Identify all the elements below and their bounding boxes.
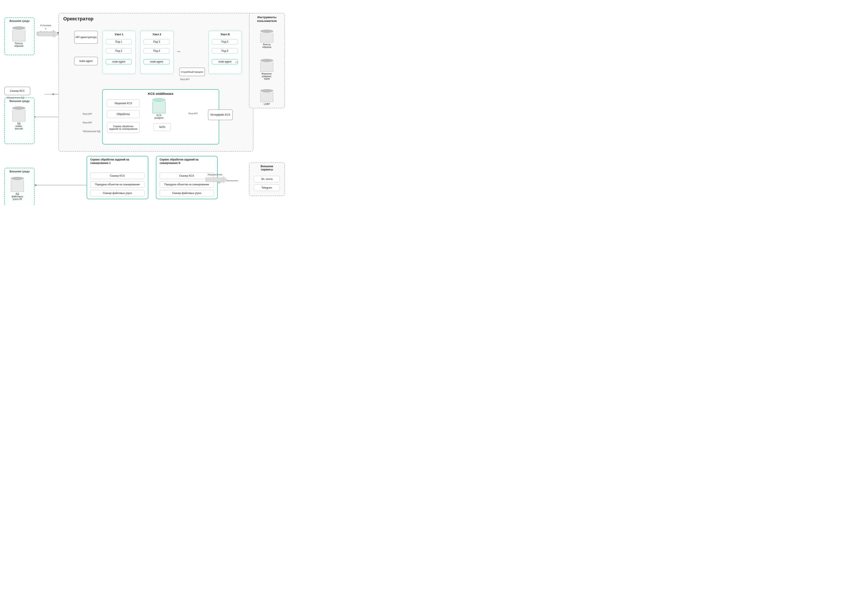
pod2-box: Под 2 bbox=[106, 48, 132, 53]
user-registry-cylinder: Реестробразов bbox=[260, 30, 273, 48]
kcs-scanner-left-box: Сканер КСС bbox=[4, 87, 30, 95]
user-tools-title: Инструментыпользователя bbox=[250, 16, 284, 23]
pod3-box: Под 3 bbox=[144, 39, 170, 44]
node2-title: Узел 2 bbox=[141, 33, 173, 36]
external-env1-box: Внешняя среда Реестробразов bbox=[4, 17, 34, 55]
service-process-label: Служебный процесс bbox=[181, 70, 203, 73]
node1-agent-box: node-agent bbox=[106, 59, 132, 64]
scan-service1-transfer: Передача объектов на сканирование bbox=[90, 181, 144, 188]
pod5-box: Под 5 bbox=[212, 39, 238, 44]
kcs-scanner-left-label: Сканер КСС bbox=[10, 89, 25, 92]
rest-api-label-right: Rest API bbox=[189, 112, 198, 115]
node2-box: Узел 2 Под 3 Под 4 node-agent bbox=[140, 31, 174, 74]
kcs-middleware-title: KCS middleware bbox=[103, 92, 219, 95]
node1-title: Узел 1 bbox=[102, 33, 136, 36]
license-kcs-box: Лицензия KCS bbox=[107, 99, 139, 107]
rest-api-label-1: Rest API bbox=[83, 112, 92, 115]
email-box: Эл. почта bbox=[254, 176, 280, 182]
nodeN-agent-box: node-agent bbox=[212, 59, 238, 64]
nats-box: NATs bbox=[153, 123, 171, 131]
install-arrow-body bbox=[38, 32, 54, 36]
scan-task-server-box: Сервер обработки заданий на сканирование bbox=[107, 122, 139, 133]
node2-agent-box: node-agent bbox=[144, 59, 170, 64]
pod1-box: Под 1 bbox=[106, 39, 132, 44]
pod4-box: Под 4 bbox=[144, 48, 170, 53]
scan-serviceN-title: Сервис обработки заданий на сканирование… bbox=[159, 158, 215, 165]
user-tools-box: Инструментыпользователя Реестробразов Жу… bbox=[249, 13, 285, 108]
scan-serviceN-file-scanner: Сканер файловых угроз bbox=[159, 190, 214, 197]
scan-service1-kcs-scanner: Сканер KCS bbox=[90, 173, 144, 179]
db-update-label-left: Обновления БД bbox=[6, 96, 24, 99]
dots-separator: ··· bbox=[177, 49, 181, 54]
kcs-middleware-box: KCS middleware Лицензия KCS Обработка Се… bbox=[102, 89, 219, 144]
orchestrator-title: Оркестратор bbox=[63, 16, 94, 22]
kcs-interface-label: Интерфейс KCS bbox=[211, 113, 230, 116]
kcs-interface-box: Интерфейс KCS bbox=[208, 109, 233, 120]
api-orchestrator-label: API оркестратора bbox=[75, 36, 97, 39]
pod6-box: Под 6 bbox=[212, 48, 238, 53]
processing-box: Обработка bbox=[107, 110, 139, 118]
external-env2-box: Внешняя среда БДуязви-мостей bbox=[4, 97, 34, 144]
notification-arrow-head bbox=[223, 176, 228, 184]
kube-agent-box: kube-agent bbox=[74, 57, 98, 66]
scan-service1-title: Сервис обработки заданий на сканирование… bbox=[90, 158, 146, 165]
notifications-label: Уведомления bbox=[208, 173, 222, 176]
ldap-cylinder: LDAP bbox=[260, 89, 273, 105]
rest-api-label-2: Rest API bbox=[83, 121, 92, 124]
external-env3-box: Внешняя среда БДфайловыхугроз ЛК bbox=[4, 168, 34, 205]
telegram-box: Telegram bbox=[254, 184, 280, 191]
node1-box: Узел 1 Под 1 Под 2 node-agent bbox=[102, 31, 136, 74]
logging-cylinder: Журнали-рование,SIEM bbox=[260, 59, 273, 80]
external-env3-title: Внешняя среда bbox=[5, 170, 34, 173]
registry-cylinder-1: Реестробразов bbox=[12, 27, 25, 47]
orchestrator-box: Оркестратор API оркестратора kube-agent … bbox=[58, 13, 253, 151]
kube-agent-label: kube-agent bbox=[80, 59, 92, 62]
api-orchestrator-box: API оркестратора bbox=[74, 31, 98, 44]
nodeN-title: Узел N bbox=[209, 33, 242, 36]
scan-service1-box: Сервис обработки заданий на сканирование… bbox=[87, 156, 148, 199]
user-tools-arrow: ⇔ bbox=[235, 60, 238, 64]
rest-api-label-nodes: Rest API bbox=[180, 78, 189, 81]
kcs-postgres-cylinder: KCSpostgres bbox=[153, 98, 165, 119]
scan-serviceN-transfer: Передача объектов на сканирование bbox=[159, 181, 214, 188]
install-arrow-head bbox=[54, 30, 59, 38]
external-env1-title: Внешняя среда bbox=[5, 19, 34, 22]
nodeN-box: Узел N Под 5 Под 6 node-agent bbox=[208, 31, 242, 74]
external-services-title: Внешниесервисы bbox=[250, 165, 284, 171]
scan-service1-file-scanner: Сканер файловых угроз bbox=[90, 190, 144, 197]
db-update-label-inner: Обновления БД bbox=[83, 130, 100, 133]
vuln-db-cylinder: БДуязви-мостей bbox=[12, 106, 25, 130]
service-process-box: Служебный процесс bbox=[179, 67, 205, 76]
notification-arrow-body bbox=[206, 178, 223, 182]
diagram-container: Оркестратор API оркестратора kube-agent … bbox=[0, 0, 289, 205]
external-services-box: Внешниесервисы Эл. почта Telegram bbox=[249, 162, 285, 196]
external-env2-title: Внешняя среда bbox=[5, 100, 34, 103]
file-threats-cylinder: БДфайловыхугроз ЛК bbox=[11, 177, 24, 200]
